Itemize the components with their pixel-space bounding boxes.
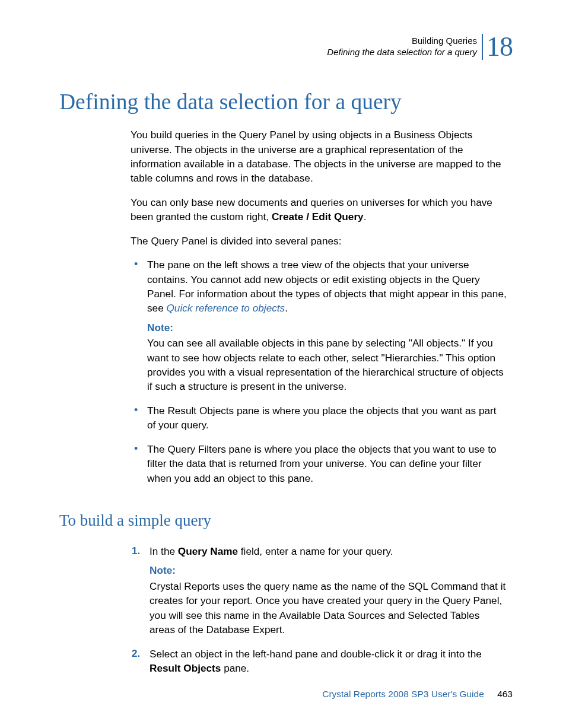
list-item: The Result Objects pane is where you pla… bbox=[146, 403, 507, 433]
text: pane. bbox=[221, 662, 249, 674]
list-item: The Query Filters pane is where you plac… bbox=[146, 442, 507, 485]
text-bold: Query Name bbox=[178, 545, 238, 557]
header-section-title: Defining the data selection for a query bbox=[327, 47, 477, 58]
page-header: Building Queries Defining the data selec… bbox=[59, 33, 513, 61]
footer-page-number: 463 bbox=[497, 689, 513, 699]
text-bold: Create / Edit Query bbox=[272, 211, 364, 222]
list-item: In the Query Name field, enter a name fo… bbox=[146, 544, 507, 637]
header-line: Building Queries Defining the data selec… bbox=[59, 33, 513, 61]
footer-doc-title: Crystal Reports 2008 SP3 User's Guide bbox=[322, 689, 484, 699]
note-text: You can see all available objects in thi… bbox=[147, 337, 504, 392]
heading-1: Defining the data selection for a query bbox=[59, 89, 513, 115]
text: field, enter a name for your query. bbox=[238, 545, 393, 557]
chapter-number: 18 bbox=[486, 33, 513, 61]
header-divider bbox=[482, 34, 483, 60]
body-section-1: You build queries in the Query Panel by … bbox=[131, 128, 507, 485]
note-label: Note: bbox=[150, 563, 507, 577]
note-label: Note: bbox=[147, 320, 507, 335]
list-item: Select an object in the left-hand pane a… bbox=[146, 647, 507, 676]
ordered-steps: In the Query Name field, enter a name fo… bbox=[131, 544, 507, 675]
text: . bbox=[364, 211, 367, 222]
bullet-list: The pane on the left shows a tree view o… bbox=[131, 257, 507, 485]
page: Building Queries Defining the data selec… bbox=[0, 0, 566, 728]
paragraph: The Query Panel is divided into several … bbox=[131, 234, 507, 248]
paragraph: You build queries in the Query Panel by … bbox=[131, 128, 507, 186]
paragraph: You can only base new documents and quer… bbox=[131, 195, 507, 224]
text-bold: Result Objects bbox=[150, 662, 221, 674]
note-block: Note: Crystal Reports uses the query nam… bbox=[150, 563, 507, 637]
link-quick-reference[interactable]: Quick reference to objects bbox=[167, 302, 285, 314]
heading-2: To build a simple query bbox=[59, 511, 513, 530]
text: Select an object in the left-hand pane a… bbox=[150, 648, 482, 660]
header-chapter-title: Building Queries bbox=[327, 36, 477, 47]
page-footer: Crystal Reports 2008 SP3 User's Guide 46… bbox=[59, 689, 513, 700]
text: In the bbox=[150, 545, 178, 557]
note-text: Crystal Reports uses the query name as t… bbox=[150, 580, 505, 635]
text: . bbox=[285, 302, 288, 314]
list-item: The pane on the left shows a tree view o… bbox=[146, 257, 507, 394]
note-block: Note: You can see all available objects … bbox=[147, 320, 507, 394]
body-section-2: In the Query Name field, enter a name fo… bbox=[131, 544, 507, 675]
header-text: Building Queries Defining the data selec… bbox=[327, 36, 477, 58]
